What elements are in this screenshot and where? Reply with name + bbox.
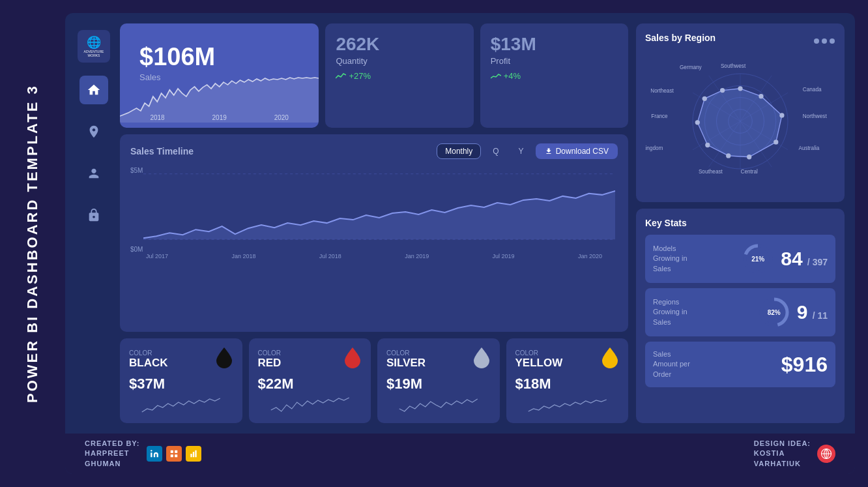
- x-label-3: Jan 2019: [405, 253, 429, 259]
- x-label-5: Jan 2020: [578, 253, 602, 259]
- svg-text:Northwest: Northwest: [803, 113, 828, 119]
- svg-point-20: [705, 143, 710, 147]
- nav-home[interactable]: [80, 76, 108, 104]
- created-by-text: CREATED BY:HARPREETGHUMAN: [85, 439, 140, 469]
- timeline-title: Sales Timeline: [130, 146, 194, 156]
- y-max-label: $5M: [130, 167, 143, 174]
- regions-growing-value: 9 / 11: [797, 301, 828, 323]
- options-button[interactable]: [813, 38, 835, 44]
- btn-monthly[interactable]: Monthly: [437, 143, 481, 159]
- color-red-drop: [343, 346, 362, 373]
- sales-value: $106M: [139, 43, 299, 71]
- x-label-2: Jul 2018: [319, 253, 341, 259]
- x-label-0: Jul 2017: [146, 253, 168, 259]
- kpi-profit-card: $13M Profit +4%: [480, 23, 628, 128]
- color-black-amount: $37M: [129, 376, 233, 392]
- color-red-name: RED: [258, 357, 282, 370]
- svg-text:Northeast: Northeast: [650, 88, 674, 94]
- sales-per-order-value: $916: [781, 353, 828, 377]
- kpi-row: $106M Sales 2018 2019 2020: [120, 23, 628, 128]
- right-panel: Sales by Region: [636, 23, 845, 423]
- svg-rect-43: [190, 454, 192, 457]
- timeline-header: Sales Timeline Monthly Q Y Download CSV: [130, 143, 618, 159]
- quantity-value: 262K: [336, 34, 463, 55]
- year-2020: 2020: [274, 114, 289, 121]
- key-stats-card: Key Stats ModelsGrowing inSales 21%: [636, 209, 845, 423]
- timeline-chart: $5M $0M Jul 2017 Jan 2018: [130, 164, 618, 269]
- quantity-change: +27%: [336, 71, 463, 81]
- svg-text:Central: Central: [740, 169, 758, 175]
- svg-rect-45: [195, 450, 196, 458]
- timeline-card: Sales Timeline Monthly Q Y Download CSV: [120, 134, 628, 332]
- nav-security[interactable]: [80, 201, 108, 229]
- color-black-card: Color BLACK $37M: [120, 338, 242, 423]
- regions-growing-ring: 82%: [758, 296, 790, 329]
- svg-point-21: [695, 120, 700, 125]
- logo: 🌐 ADVENTUREWORKS: [78, 30, 110, 63]
- btn-yearly[interactable]: Y: [511, 144, 532, 158]
- svg-point-16: [779, 113, 784, 117]
- svg-point-15: [759, 94, 763, 98]
- svg-text:United Kingdom: United Kingdom: [645, 145, 663, 151]
- main-area: $106M Sales 2018 2019 2020: [120, 23, 628, 423]
- svg-rect-39: [170, 450, 173, 453]
- color-red-label: Color: [258, 349, 282, 357]
- models-growing-row: ModelsGrowing inSales 21% 84 / 397: [645, 235, 835, 283]
- color-row: Color BLACK $37M: [120, 338, 628, 423]
- regions-growing-label: RegionsGrowing inSales: [653, 297, 751, 327]
- svg-rect-42: [175, 454, 177, 457]
- timeline-controls: Monthly Q Y Download CSV: [437, 143, 618, 159]
- svg-rect-41: [170, 454, 173, 457]
- vertical-title: POWER BI DASHBOARD TEMPLATE 3: [0, 0, 65, 487]
- color-yellow-name: YELLOW: [515, 357, 563, 370]
- nav-location[interactable]: [80, 117, 108, 146]
- profit-change: +4%: [491, 71, 618, 81]
- year-2019: 2019: [212, 114, 227, 121]
- svg-text:Southeast: Southeast: [699, 169, 723, 175]
- sales-per-order-row: SalesAmount perOrder $916: [645, 342, 835, 387]
- footer: CREATED BY:HARPREETGHUMAN DESIGN IDEA:KO…: [65, 434, 855, 474]
- svg-point-22: [702, 96, 707, 101]
- nav-user[interactable]: [80, 159, 108, 188]
- linkedin-icon[interactable]: [147, 446, 162, 462]
- x-label-4: Jul 2019: [493, 253, 515, 259]
- x-label-1: Jan 2018: [231, 253, 255, 259]
- color-silver-name: SILVER: [386, 357, 426, 370]
- color-silver-label: Color: [386, 349, 426, 357]
- color-yellow-label: Color: [515, 349, 563, 357]
- svg-point-38: [151, 450, 152, 451]
- social-icons: [147, 446, 201, 462]
- chart-icon[interactable]: [186, 446, 201, 462]
- svg-point-23: [720, 88, 725, 93]
- footer-right: DESIGN IDEA:KOSTIAVARHATIUK: [754, 439, 835, 469]
- year-2018: 2018: [150, 114, 164, 121]
- color-red-sparkline: [258, 392, 362, 415]
- models-growing-pct: 21%: [751, 256, 764, 263]
- logo-text: ADVENTUREWORKS: [84, 50, 104, 57]
- models-growing-value: 84 / 397: [781, 248, 828, 270]
- y-min-label: $0M: [130, 246, 143, 253]
- sales-per-order-label: SalesAmount perOrder: [653, 349, 775, 379]
- color-black-sparkline: [129, 392, 233, 415]
- svg-point-19: [726, 153, 731, 158]
- color-silver-amount: $19M: [386, 376, 491, 392]
- download-csv-button[interactable]: Download CSV: [536, 143, 618, 159]
- btn-quarterly[interactable]: Q: [485, 144, 506, 158]
- color-silver-drop: [472, 346, 491, 373]
- color-silver-card: Color SILVER $19M: [377, 338, 500, 423]
- color-silver-sparkline: [386, 392, 491, 415]
- profit-label: Profit: [491, 56, 618, 66]
- svg-text:Germany: Germany: [680, 65, 702, 70]
- svg-text:France: France: [651, 113, 668, 119]
- color-yellow-card: Color YELLOW $18M: [506, 338, 629, 423]
- dashboard: 🌐 ADVENTUREWORKS: [65, 13, 855, 474]
- svg-point-18: [747, 155, 751, 159]
- design-idea-text: DESIGN IDEA:KOSTIAVARHATIUK: [754, 439, 811, 469]
- svg-rect-44: [192, 452, 194, 457]
- svg-marker-3: [143, 191, 615, 239]
- svg-marker-13: [697, 89, 782, 157]
- grid-icon[interactable]: [166, 446, 182, 462]
- sidebar: 🌐 ADVENTUREWORKS: [76, 23, 112, 423]
- svg-text:Australia: Australia: [798, 145, 819, 151]
- models-growing-label: ModelsGrowing inSales: [653, 244, 735, 274]
